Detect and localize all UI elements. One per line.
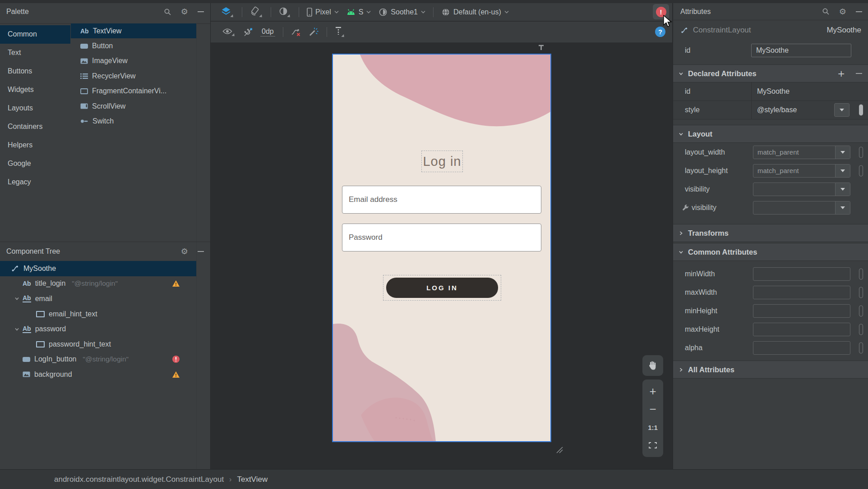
tree-node-login-button[interactable]: LogIn_button "@string/login" bbox=[0, 352, 196, 367]
dropdown-arrow[interactable] bbox=[835, 146, 850, 159]
dropdown-arrow[interactable] bbox=[835, 183, 850, 196]
palette-category-widgets[interactable]: Widgets bbox=[0, 81, 70, 99]
email-input-component[interactable]: Email address bbox=[342, 186, 541, 214]
declared-row-id[interactable]: id MySoothe bbox=[673, 82, 868, 101]
toggle-pill[interactable] bbox=[859, 287, 863, 298]
zoom-actual-button[interactable]: 1:1 bbox=[642, 418, 663, 436]
tree-node-label: LogIn_button bbox=[34, 355, 76, 363]
gear-icon[interactable]: ⚙ bbox=[181, 247, 188, 256]
warning-icon[interactable] bbox=[172, 280, 180, 287]
zoom-out-button[interactable]: − bbox=[642, 400, 663, 418]
autoconnect-off-button[interactable] bbox=[243, 27, 253, 37]
locale-selector[interactable]: Default (en-us) bbox=[441, 8, 509, 17]
palette-item-imageview[interactable]: ImageView bbox=[71, 54, 196, 69]
palette-item-switch[interactable]: Switch bbox=[71, 114, 196, 128]
help-icon[interactable]: ? bbox=[655, 27, 665, 37]
dropdown-arrow[interactable] bbox=[835, 165, 850, 177]
infer-constraints-button[interactable] bbox=[309, 27, 319, 37]
minwidth-input[interactable] bbox=[753, 267, 850, 281]
password-input-component[interactable]: Password bbox=[342, 224, 541, 251]
breadcrumb-leaf[interactable]: TextView bbox=[237, 475, 268, 484]
chevron-down-icon[interactable] bbox=[11, 327, 23, 332]
search-icon[interactable] bbox=[164, 8, 171, 16]
chevron-down-icon[interactable] bbox=[11, 296, 23, 301]
pan-tool-button[interactable] bbox=[642, 355, 663, 376]
palette-category-containers[interactable]: Containers bbox=[0, 117, 70, 136]
maxwidth-input[interactable] bbox=[753, 286, 850, 299]
tree-node-mysoothe[interactable]: MySoothe bbox=[0, 261, 196, 276]
palette-category-google[interactable]: Google bbox=[0, 154, 70, 173]
tree-node-background[interactable]: background bbox=[0, 367, 196, 382]
declared-row-style[interactable]: style @style/base bbox=[673, 101, 868, 119]
error-icon[interactable] bbox=[172, 355, 180, 363]
attr-value[interactable]: MySoothe bbox=[757, 87, 790, 96]
maxheight-input[interactable] bbox=[753, 323, 850, 336]
tree-node-password[interactable]: Ab password bbox=[0, 321, 196, 337]
section-layout[interactable]: Layout bbox=[673, 125, 868, 143]
toggle-pill[interactable] bbox=[859, 268, 863, 279]
palette-category-common[interactable]: Common bbox=[0, 25, 70, 44]
pack-align-button[interactable] bbox=[335, 27, 345, 37]
gear-icon[interactable]: ⚙ bbox=[839, 8, 846, 16]
toggle-pill[interactable] bbox=[859, 146, 863, 158]
id-input[interactable]: MySoothe bbox=[751, 44, 851, 57]
orientation-button[interactable] bbox=[250, 6, 263, 18]
tree-node-email-hint-text[interactable]: email_hint_text bbox=[0, 306, 196, 322]
dropdown-arrow[interactable] bbox=[835, 201, 850, 214]
toggle-pill[interactable] bbox=[859, 342, 863, 353]
minimize-icon[interactable] bbox=[198, 11, 204, 12]
visibility-dropdown[interactable] bbox=[753, 183, 850, 196]
section-common-attributes[interactable]: Common Attributes bbox=[673, 243, 868, 261]
tree-node-password-hint-text[interactable]: password_hint_text bbox=[0, 337, 196, 352]
palette-item-textview[interactable]: Ab TextView bbox=[71, 23, 196, 38]
palette-category-legacy[interactable]: Legacy bbox=[0, 173, 70, 191]
minimize-icon[interactable] bbox=[856, 11, 862, 12]
toggle-pill[interactable] bbox=[859, 305, 863, 316]
design-surface-button[interactable] bbox=[221, 7, 234, 18]
device-selector[interactable]: Pixel bbox=[307, 8, 339, 17]
minheight-input[interactable] bbox=[753, 304, 850, 318]
tree-node-title-login[interactable]: Ab title_login "@string/login" bbox=[0, 276, 196, 292]
api-selector[interactable]: S bbox=[346, 8, 371, 16]
palette-category-buttons[interactable]: Buttons bbox=[0, 62, 70, 81]
layout-width-dropdown[interactable]: match_parent bbox=[753, 146, 850, 159]
login-button[interactable]: LOG IN bbox=[386, 278, 498, 298]
alpha-input[interactable] bbox=[753, 341, 850, 355]
section-all-attributes[interactable]: All Attributes bbox=[673, 361, 868, 379]
toggle-pill[interactable] bbox=[859, 165, 863, 176]
remove-attribute-icon[interactable] bbox=[856, 73, 862, 74]
palette-category-helpers[interactable]: Helpers bbox=[0, 136, 70, 154]
breadcrumb-root[interactable]: androidx.constraintlayout.widget.Constra… bbox=[54, 475, 224, 484]
section-declared-attributes[interactable]: Declared Attributes + bbox=[673, 64, 868, 82]
clear-constraints-button[interactable] bbox=[291, 28, 301, 37]
resize-handle[interactable] bbox=[554, 444, 563, 453]
warning-icon[interactable] bbox=[172, 371, 180, 378]
zoom-in-button[interactable]: + bbox=[642, 382, 663, 400]
toggle-pill[interactable] bbox=[859, 105, 863, 116]
style-dropdown-button[interactable] bbox=[834, 103, 850, 117]
palette-item-recyclerview[interactable]: RecyclerView bbox=[71, 69, 196, 83]
search-icon[interactable] bbox=[822, 8, 830, 15]
palette-item-button[interactable]: Button bbox=[71, 38, 196, 53]
section-transforms[interactable]: Transforms bbox=[673, 224, 868, 242]
view-options-button[interactable] bbox=[222, 28, 235, 37]
tools-visibility-dropdown[interactable] bbox=[753, 201, 850, 215]
palette-item-fragmentcontainerview[interactable]: FragmentContainerVi... bbox=[71, 84, 196, 99]
palette-category-layouts[interactable]: Layouts bbox=[0, 99, 70, 118]
title-login-component[interactable]: Log in bbox=[421, 151, 463, 172]
layout-height-dropdown[interactable]: match_parent bbox=[753, 164, 850, 178]
gear-icon[interactable]: ⚙ bbox=[181, 8, 188, 16]
attr-value[interactable]: @style/base bbox=[757, 106, 797, 114]
palette-item-scrollview[interactable]: ScrollView bbox=[71, 99, 196, 114]
login-button-component[interactable]: LOG IN bbox=[383, 275, 501, 301]
toggle-pill[interactable] bbox=[859, 324, 863, 335]
tree-node-email[interactable]: Ab email bbox=[0, 291, 196, 306]
theme-selector[interactable]: Soothe1 bbox=[379, 8, 425, 17]
minimize-icon[interactable] bbox=[198, 251, 204, 252]
default-margin-control[interactable]: 0dp bbox=[260, 27, 275, 37]
device-screen[interactable]: Log in Email address Password LOG IN bbox=[333, 55, 550, 441]
zoom-to-fit-button[interactable] bbox=[642, 436, 663, 454]
palette-category-text[interactable]: Text bbox=[0, 44, 70, 62]
night-mode-button[interactable] bbox=[279, 7, 291, 18]
add-attribute-icon[interactable]: + bbox=[837, 69, 845, 78]
